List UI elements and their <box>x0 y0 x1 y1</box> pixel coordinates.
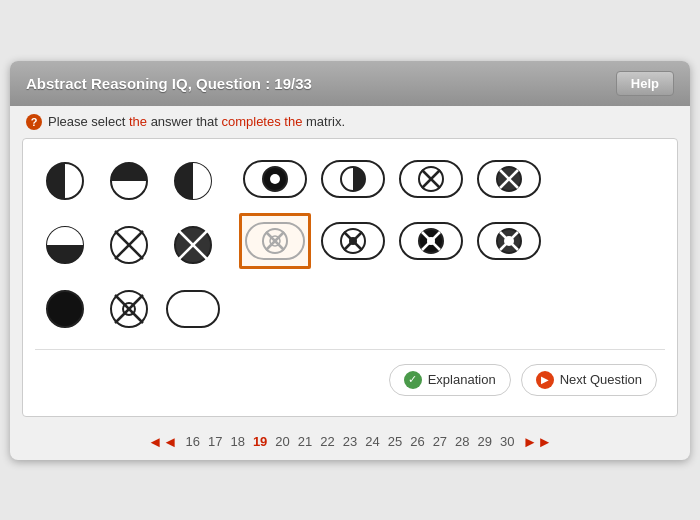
page-23[interactable]: 23 <box>343 434 357 449</box>
page-22[interactable]: 22 <box>320 434 334 449</box>
page-28[interactable]: 28 <box>455 434 469 449</box>
answer-option-7[interactable] <box>395 213 467 269</box>
divider <box>35 349 665 350</box>
page-27[interactable]: 27 <box>433 434 447 449</box>
header-title: Abstract Reasoning IQ, Question : 19/33 <box>26 75 312 92</box>
matrix-cell-r3c3 <box>163 279 223 339</box>
svg-point-43 <box>427 237 435 245</box>
svg-point-48 <box>504 236 514 246</box>
page-24[interactable]: 24 <box>365 434 379 449</box>
check-icon: ✓ <box>404 371 422 389</box>
question-icon: ? <box>26 114 42 130</box>
answer-row-2 <box>239 213 545 269</box>
play-icon: ▶ <box>536 371 554 389</box>
main-panel: ✓ Explanation ▶ Next Question <box>22 138 678 417</box>
next-label: Next Question <box>560 372 642 387</box>
page-17[interactable]: 17 <box>208 434 222 449</box>
page-16[interactable]: 16 <box>185 434 199 449</box>
answer-option-3[interactable] <box>395 151 467 207</box>
svg-point-18 <box>270 174 280 184</box>
matrix-cell-r2c2 <box>99 215 159 275</box>
answer-option-2[interactable] <box>317 151 389 207</box>
answer-option-8[interactable] <box>473 213 545 269</box>
answer-option-6[interactable] <box>317 213 389 269</box>
matrix-cell-r1c2 <box>99 151 159 211</box>
explanation-button[interactable]: ✓ Explanation <box>389 364 511 396</box>
instruction-bar: ? Please select the answer that complete… <box>10 106 690 138</box>
matrix-cell-r3c2 <box>99 279 159 339</box>
answer-option-4[interactable] <box>473 151 545 207</box>
answer-option-5[interactable] <box>239 213 311 269</box>
page-25[interactable]: 25 <box>388 434 402 449</box>
page-26[interactable]: 26 <box>410 434 424 449</box>
explanation-label: Explanation <box>428 372 496 387</box>
help-button[interactable]: Help <box>616 71 674 96</box>
answer-options <box>239 151 545 269</box>
app-container: Abstract Reasoning IQ, Question : 19/33 … <box>10 61 690 460</box>
page-19[interactable]: 19 <box>253 434 267 449</box>
svg-point-38 <box>349 237 357 245</box>
next-arrow[interactable]: ►► <box>523 433 553 450</box>
bottom-bar: ✓ Explanation ▶ Next Question <box>35 360 665 404</box>
question-matrix <box>35 151 223 339</box>
matrix-cell-r1c1 <box>35 151 95 211</box>
page-21[interactable]: 21 <box>298 434 312 449</box>
svg-point-10 <box>47 291 83 327</box>
matrix-cell-r2c3 <box>163 215 223 275</box>
next-question-button[interactable]: ▶ Next Question <box>521 364 657 396</box>
matrix-area <box>35 151 665 339</box>
matrix-cell-r1c3 <box>163 151 223 211</box>
pagination: ◄◄ 16 17 18 19 20 21 22 23 24 25 26 27 2… <box>10 425 690 460</box>
page-29[interactable]: 29 <box>478 434 492 449</box>
page-18[interactable]: 18 <box>230 434 244 449</box>
instruction-text: Please select the answer that completes … <box>48 114 345 129</box>
matrix-cell-r2c1 <box>35 215 95 275</box>
page-20[interactable]: 20 <box>275 434 289 449</box>
header: Abstract Reasoning IQ, Question : 19/33 … <box>10 61 690 106</box>
prev-arrow[interactable]: ◄◄ <box>148 433 178 450</box>
page-30[interactable]: 30 <box>500 434 514 449</box>
svg-rect-15 <box>167 291 219 327</box>
matrix-cell-r3c1 <box>35 279 95 339</box>
answer-row-1 <box>239 151 545 207</box>
answer-option-1[interactable] <box>239 151 311 207</box>
